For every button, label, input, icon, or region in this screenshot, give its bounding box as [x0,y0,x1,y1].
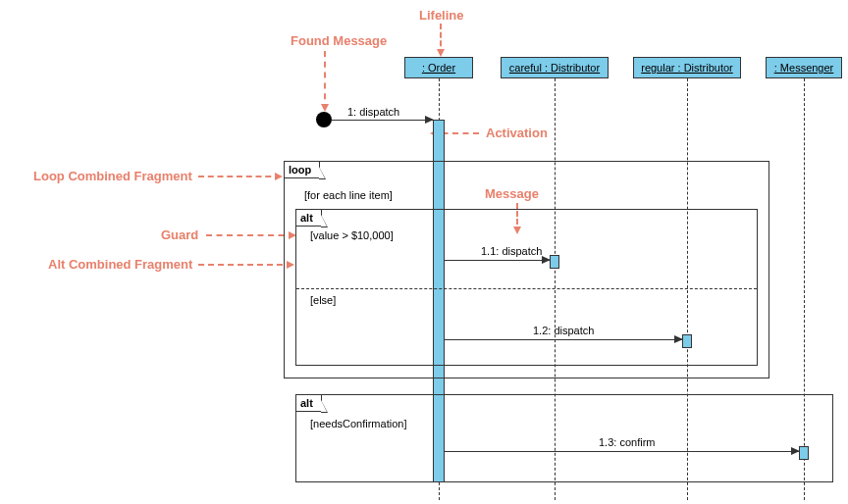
fragment-alt1-guard1: [value > $10,000] [310,229,394,241]
annotation-arrow-alt [198,264,292,266]
fragment-loop-label: loop [285,162,320,178]
lifeline-regular-label: regular : Distributor [641,62,733,74]
fragment-alt1-divider [296,288,757,289]
annotation-arrow-loop [198,176,281,177]
annotation-arrow-found [324,51,326,110]
fragment-alt2-label: alt [296,395,322,412]
annotation-activation: Activation [486,126,548,140]
annotation-found-message: Found Message [291,33,387,48]
found-message-origin [316,112,332,127]
lifeline-regular: regular : Distributor [633,57,741,78]
lifeline-order: : Order [404,57,473,78]
annotation-arrow-lifeline [440,24,442,55]
activation-messenger [799,446,809,460]
annotation-alt: Alt Combined Fragment [48,257,192,272]
message-13 [445,451,799,452]
message-11 [445,260,550,261]
annotation-guard: Guard [161,227,198,242]
lifeline-careful-label: careful : Distributor [509,62,600,74]
message-1 [332,120,433,121]
message-12 [445,339,682,340]
annotation-loop: Loop Combined Fragment [33,169,192,183]
activation-careful [550,255,559,269]
fragment-alt2: alt [295,394,833,482]
message-13-label: 1.3: confirm [599,436,655,448]
annotation-lifeline: Lifeline [419,8,464,23]
lifeline-order-label: : Order [422,62,455,74]
lifeline-messenger-label: : Messenger [774,62,834,74]
lifeline-messenger: : Messenger [766,57,842,78]
annotation-arrow-guard [206,234,294,236]
fragment-alt1-label: alt [296,210,322,227]
activation-regular [682,334,692,348]
message-12-label: 1.2: dispatch [533,325,594,336]
fragment-alt1-guard2: [else] [310,294,336,306]
fragment-loop-guard: [for each line item] [304,189,393,201]
message-1-label: 1: dispatch [347,106,399,118]
fragment-alt2-guard: [needsConfirmation] [310,418,406,429]
message-11-label: 1.1: dispatch [481,245,542,257]
lifeline-careful: careful : Distributor [501,57,609,78]
